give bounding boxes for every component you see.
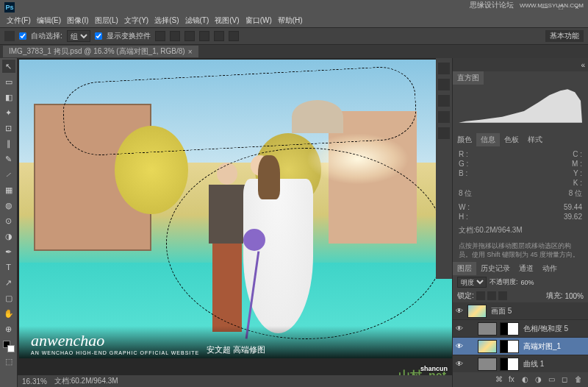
show-transform-checkbox[interactable]: [95, 32, 102, 40]
visibility-eye-icon[interactable]: 👁: [453, 360, 466, 368]
shape-tool[interactable]: ▢: [2, 291, 15, 305]
group-icon[interactable]: ▭: [548, 375, 557, 384]
fill-value[interactable]: 100%: [564, 292, 584, 300]
lock-position-icon[interactable]: [487, 291, 496, 300]
trash-icon[interactable]: 🗑: [575, 375, 584, 384]
type-tool[interactable]: T: [2, 260, 15, 274]
histogram-tabs: 直方图: [453, 71, 588, 85]
layer-name[interactable]: 色相/饱和度 5: [523, 324, 568, 334]
blend-mode-dropdown[interactable]: 明度: [457, 277, 487, 288]
move-tool[interactable]: ↖: [2, 60, 15, 73]
mask-icon[interactable]: ◐: [522, 375, 531, 384]
layer-thumbnail[interactable]: [478, 340, 497, 353]
auto-select-checkbox[interactable]: [19, 32, 26, 40]
brush-tool[interactable]: ✎: [2, 152, 15, 166]
layer-name[interactable]: 曲线 1: [523, 359, 544, 369]
tab-channels[interactable]: 通道: [514, 262, 538, 275]
layer-row[interactable]: 👁色相/饱和度 5: [453, 320, 588, 338]
tab-style[interactable]: 样式: [523, 133, 547, 146]
layer-row[interactable]: 👁曲线 1: [453, 355, 588, 372]
tab-swatch[interactable]: 色板: [500, 133, 523, 146]
healing-tool[interactable]: ⟋: [2, 168, 15, 181]
crop-tool[interactable]: ⊡: [2, 121, 15, 135]
menu-select[interactable]: 选择(S): [152, 15, 181, 26]
menu-layer[interactable]: 图层(L): [93, 15, 121, 26]
zoom-tool[interactable]: ⊕: [2, 322, 15, 335]
visibility-eye-icon[interactable]: 👁: [453, 324, 466, 333]
ps-logo: Ps: [4, 2, 15, 13]
path-tool[interactable]: ↗: [2, 276, 15, 289]
visibility-eye-icon[interactable]: 👁: [453, 342, 466, 350]
menu-type[interactable]: 文字(Y): [122, 15, 151, 26]
layer-name[interactable]: 高端对图_1: [523, 341, 561, 352]
panel-icon[interactable]: [438, 111, 450, 123]
align-icon[interactable]: [229, 31, 239, 41]
menu-help[interactable]: 帮助(H): [276, 15, 305, 26]
menu-filter[interactable]: 滤镜(T): [183, 15, 212, 26]
opacity-value[interactable]: 60%: [521, 279, 534, 286]
eyedropper-tool[interactable]: ∥: [2, 137, 15, 150]
visibility-eye-icon[interactable]: 👁: [453, 307, 466, 315]
align-icon[interactable]: [184, 31, 195, 41]
lock-pixels-icon[interactable]: [476, 291, 485, 300]
panel-icon[interactable]: [438, 127, 450, 139]
adjustment-icon[interactable]: ◑: [535, 375, 544, 384]
auto-select-label: 自动选择:: [31, 31, 62, 41]
align-icon[interactable]: [199, 31, 209, 41]
layer-thumbnail[interactable]: [478, 358, 497, 371]
blur-tool[interactable]: ⊙: [2, 214, 15, 227]
tab-actions[interactable]: 动作: [538, 262, 562, 275]
color-swatches[interactable]: [3, 341, 15, 352]
layer-row[interactable]: 👁画面 5: [453, 302, 588, 320]
doc-size: 文档:60.2M/964.3M: [54, 376, 118, 386]
watermark: anwenchao AN WENCHAO HIGH-END GRAPHIC OF…: [19, 326, 452, 358]
stamp-tool[interactable]: ▦: [2, 183, 15, 196]
tab-info[interactable]: 信息: [476, 133, 500, 146]
marquee-tool[interactable]: ▭: [2, 75, 15, 88]
tab-history[interactable]: 历史记录: [476, 262, 514, 275]
collapse-icon[interactable]: «: [581, 61, 585, 69]
quickmask-toggle[interactable]: ⬚: [2, 355, 15, 368]
menu-image[interactable]: 图像(I): [65, 15, 90, 26]
layer-mask-thumbnail[interactable]: [500, 340, 519, 353]
close-tab-icon[interactable]: ×: [188, 48, 193, 56]
layer-row[interactable]: 👁高端对图_1: [453, 338, 588, 355]
layer-thumbnail[interactable]: [478, 322, 497, 335]
gradient-tool[interactable]: ◍: [2, 199, 15, 212]
zoom-level[interactable]: 16.31%: [22, 377, 47, 386]
hand-tool[interactable]: ✋: [2, 307, 15, 320]
document-canvas[interactable]: anwenchao AN WENCHAO HIGH-END GRAPHIC OF…: [19, 60, 452, 358]
panel-icon[interactable]: [438, 79, 450, 90]
layers-footer: ⌘ fx ◐ ◑ ▭ ◻ 🗑: [453, 372, 588, 387]
title-overlay: 思缘设计论坛 WWW.MISSYUAN.COM: [470, 0, 584, 10]
menu-view[interactable]: 视图(V): [212, 15, 241, 26]
layer-thumbnail[interactable]: [467, 305, 487, 318]
panel-icon[interactable]: [438, 63, 450, 74]
layer-name[interactable]: 画面 5: [491, 306, 512, 316]
link-layers-icon[interactable]: ⌘: [495, 375, 504, 384]
canvas-area: anwenchao AN WENCHAO HIGH-END GRAPHIC OF…: [18, 58, 452, 387]
document-tab[interactable]: IMG_3783_1 拷贝.psd @ 16.3% (高端对图_1, RGB/8…: [3, 46, 198, 57]
align-icon[interactable]: [214, 31, 224, 41]
dodge-tool[interactable]: ◑: [2, 230, 15, 243]
lock-all-icon[interactable]: [498, 291, 507, 300]
tab-layers[interactable]: 图层: [453, 262, 476, 275]
pen-tool[interactable]: ✒: [2, 245, 15, 258]
tab-histogram[interactable]: 直方图: [453, 71, 484, 85]
align-icon[interactable]: [155, 31, 165, 41]
fx-icon[interactable]: fx: [509, 375, 517, 384]
lasso-tool[interactable]: ◧: [2, 90, 15, 104]
workspace-switcher[interactable]: 基本功能: [545, 30, 584, 42]
layer-mask-thumbnail[interactable]: [500, 322, 519, 335]
menu-window[interactable]: 窗口(W): [243, 15, 274, 26]
document-tab-bar: IMG_3783_1 拷贝.psd @ 16.3% (高端对图_1, RGB/8…: [0, 45, 588, 58]
panel-icon[interactable]: [438, 95, 450, 107]
menu-file[interactable]: 文件(F): [4, 15, 33, 26]
auto-select-dropdown[interactable]: 组: [67, 30, 90, 42]
menu-edit[interactable]: 编辑(E): [35, 15, 63, 26]
tab-color[interactable]: 颜色: [453, 133, 476, 146]
new-layer-icon[interactable]: ◻: [562, 375, 570, 384]
layer-mask-thumbnail[interactable]: [500, 358, 519, 371]
magic-wand-tool[interactable]: ✦: [2, 106, 15, 119]
align-icon[interactable]: [170, 31, 180, 41]
